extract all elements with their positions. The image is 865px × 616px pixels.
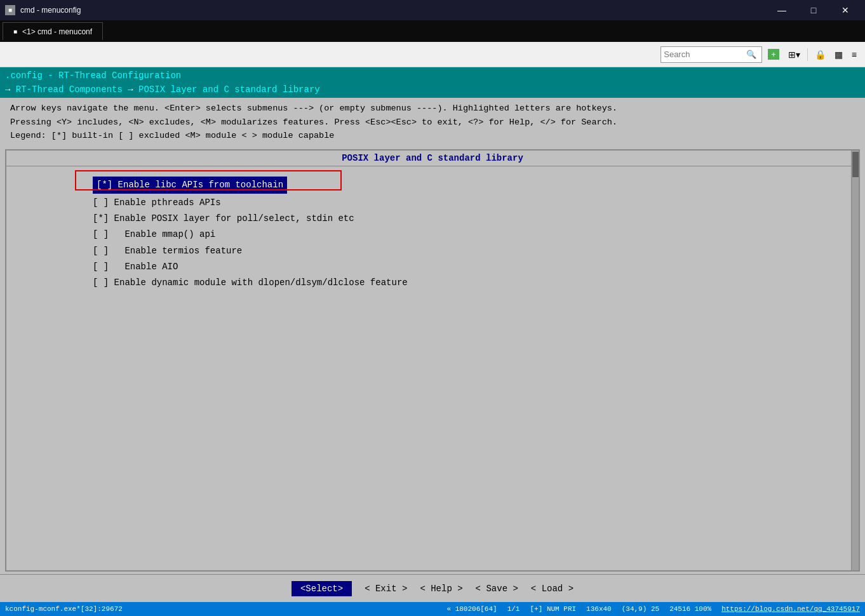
scroll-thumb[interactable] (852, 152, 859, 177)
instruction-line-3: Legend: [*] built-in [ ] excluded <M> mo… (10, 129, 855, 143)
spacer (17, 171, 848, 177)
menu-item-row-1[interactable]: [*] Enable libc APIs from toolchain (17, 177, 848, 194)
status-pos1: « 180206[64] (446, 605, 497, 613)
breadcrumb-posix: POSIX layer and C standard library (138, 84, 320, 95)
status-pos4: 136x40 (586, 605, 612, 613)
exit-suffix: > (397, 584, 408, 594)
menu-item-row-2[interactable]: [ ] Enable pthreads APIs (17, 195, 848, 211)
status-right: « 180206[64] 1/1 [+] NUM PRI 136x40 (34,… (446, 605, 860, 613)
button-bar: <Select> < Exit > < Help > < Save > < Lo… (0, 574, 865, 602)
save-label: < Save > (476, 584, 518, 594)
toolbar-separator (807, 48, 808, 61)
help-prefix: < (420, 584, 431, 594)
load-label: < Load > (531, 584, 573, 594)
terminal-area: Arrow keys navigate the menu. <Enter> se… (0, 98, 865, 602)
main-content: .config - RT-Thread Configuration → RT-T… (0, 67, 865, 602)
select-button[interactable]: <Select> (292, 581, 352, 596)
menu-item-row-4[interactable]: [ ] Enable mmap() api (17, 227, 848, 243)
instructions: Arrow keys navigate the menu. <Enter> se… (0, 98, 865, 147)
add-icon: + (768, 49, 779, 60)
close-button[interactable]: ✕ (831, 0, 860, 20)
menu-item-row-7[interactable]: [ ] Enable dynamic module with dlopen/dl… (17, 275, 848, 291)
status-pos5: (34,9) 25 (622, 605, 659, 613)
menu-container: POSIX layer and C standard library [*] E… (5, 149, 860, 572)
scrollbar[interactable] (851, 151, 859, 570)
status-pos6: 24516 100% (669, 605, 711, 613)
status-bar: kconfig-mconf.exe*[32]:29672 « 180206[64… (0, 602, 865, 616)
menu-item-row-3[interactable]: [*] Enable POSIX layer for poll/select, … (17, 211, 848, 227)
app-icon: ■ (5, 5, 15, 15)
status-left: kconfig-mconf.exe*[32]:29672 (5, 605, 123, 613)
config-text: .config - RT-Thread Configuration (5, 70, 181, 81)
save-text[interactable]: Save (486, 584, 507, 594)
view-button[interactable]: ▦ (831, 48, 846, 62)
exit-text[interactable]: Exit (375, 584, 397, 594)
title-bar-left: ■ cmd - menuconfig (5, 5, 81, 15)
exit-label: < Exit > (365, 584, 407, 594)
save-suffix: > (507, 584, 518, 594)
title-bar: ■ cmd - menuconfig — □ ✕ (0, 0, 865, 20)
status-pos2: 1/1 (507, 605, 520, 613)
help-text[interactable]: Help (431, 584, 452, 594)
lock-icon: 🔒 (815, 50, 826, 60)
search-box[interactable]: 🔍 (660, 46, 762, 63)
status-pos3: [+] NUM PRI (530, 605, 576, 613)
menu-item-row-5[interactable]: [ ] Enable termios feature (17, 243, 848, 259)
title-bar-text: cmd - menuconfig (20, 6, 81, 15)
arrow-icon-2: → (128, 84, 138, 95)
tab-bar: ■ <1> cmd - menuconf (0, 20, 865, 42)
lock-button[interactable]: 🔒 (812, 48, 829, 62)
add-button[interactable]: + (765, 47, 782, 62)
search-icon: 🔍 (746, 50, 756, 60)
menu-icon: ≡ (852, 50, 857, 60)
menu-inner: [*] Enable libc APIs from toolchain [ ] … (6, 166, 859, 570)
view-icon: ▦ (835, 50, 843, 60)
menu-button[interactable]: ≡ (848, 48, 860, 62)
search-input[interactable] (664, 50, 746, 59)
load-prefix: < (531, 584, 542, 594)
config-line: .config - RT-Thread Configuration (5, 69, 860, 83)
maximize-button[interactable]: □ (799, 0, 828, 20)
instruction-line-1: Arrow keys navigate the menu. <Enter> se… (10, 102, 855, 116)
minimize-button[interactable]: — (767, 0, 796, 20)
tab-label: <1> cmd - menuconf (22, 27, 92, 36)
menu-item-selected[interactable]: [*] Enable libc APIs from toolchain (93, 177, 287, 194)
dropdown-icon: ▾ (796, 50, 800, 60)
breadcrumb: → RT-Thread Components → POSIX layer and… (5, 83, 860, 97)
menu-title: POSIX layer and C standard library (6, 151, 859, 166)
toolbar: 🔍 + ⊞ ▾ 🔒 ▦ ≡ (0, 42, 865, 67)
layout-button[interactable]: ⊞ ▾ (785, 48, 803, 62)
help-suffix: > (452, 584, 463, 594)
breadcrumb-rt-thread: RT-Thread Components (16, 84, 123, 95)
title-bar-controls: — □ ✕ (767, 0, 860, 20)
terminal-header: .config - RT-Thread Configuration → RT-T… (0, 67, 865, 98)
layout-icon: ⊞ (788, 50, 796, 60)
exit-prefix: < (365, 584, 375, 594)
load-suffix: > (563, 584, 573, 594)
instruction-line-2: Pressing <Y> includes, <N> excludes, <M>… (10, 116, 855, 130)
menu-item-row-6[interactable]: [ ] Enable AIO (17, 259, 848, 275)
status-url[interactable]: https://blog.csdn.net/qq_43745917 (721, 605, 860, 613)
arrow-icon-1: → (5, 84, 10, 95)
help-label: < Help > (420, 584, 462, 594)
tab-icon: ■ (13, 28, 17, 35)
menu-wrapper: POSIX layer and C standard library [*] E… (0, 147, 865, 602)
save-prefix: < (476, 584, 486, 594)
load-text[interactable]: Load (542, 584, 563, 594)
tab-1[interactable]: ■ <1> cmd - menuconf (3, 22, 103, 40)
